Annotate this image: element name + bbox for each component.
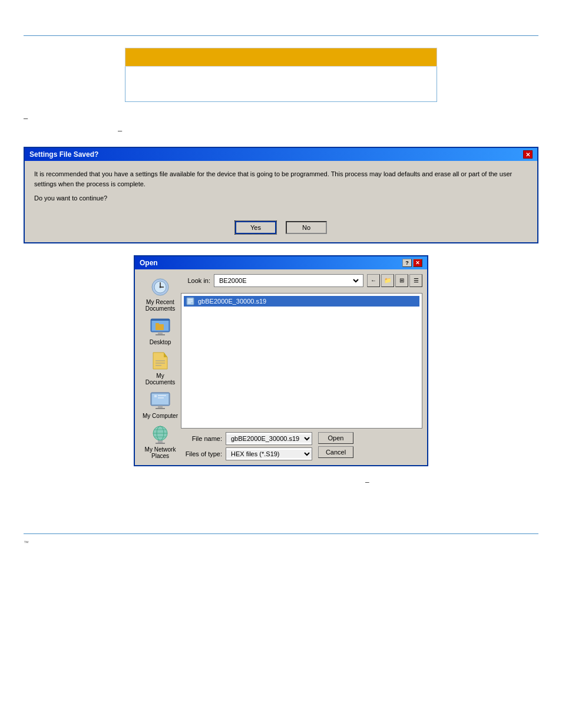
desktop-label: Desktop [150, 339, 171, 345]
svg-rect-11 [156, 323, 159, 325]
files-of-type-row: Files of type: HEX files (*.S19) [181, 447, 312, 460]
computer-icon [150, 390, 171, 411]
file-name-label: File name: [181, 435, 222, 442]
open-dialog-titlebar: Open ? ✕ [135, 256, 427, 269]
recent-icon [150, 276, 171, 298]
documents-label: My Documents [143, 373, 178, 386]
file-name-input[interactable]: gbBE2000E_30000.s19 [226, 434, 312, 443]
settings-dialog-title: Settings File Saved? [29, 150, 98, 159]
bottom-dash: – [365, 478, 369, 486]
settings-dialog-content: It is recommended that you have a settin… [25, 161, 537, 216]
svg-rect-32 [188, 299, 193, 300]
settings-close-button[interactable]: ✕ [523, 150, 533, 159]
sidebar-item-computer[interactable]: My Computer [143, 390, 178, 419]
svg-rect-7 [151, 319, 170, 321]
svg-rect-9 [156, 334, 165, 335]
open-dialog-win-buttons: ? ✕ [402, 259, 422, 267]
files-of-type-input-wrapper[interactable]: HEX files (*.S19) [226, 447, 312, 460]
file-name-row: File name: gbBE2000E_30000.s19 [181, 432, 312, 445]
svg-rect-30 [156, 443, 165, 444]
svg-rect-29 [158, 440, 163, 443]
sidebar-item-recent[interactable]: My RecentDocuments [143, 276, 178, 312]
open-dialog-right: Look in: BE2000E ← 📁 ⊞ ☰ [181, 274, 422, 460]
trademark-text: ™ [24, 540, 538, 546]
banner-white [125, 67, 437, 102]
dashes-area: – – [24, 114, 538, 135]
nav-newfolder-button[interactable]: ⊞ [395, 274, 408, 287]
svg-rect-22 [158, 395, 166, 396]
open-cancel-buttons: Open Cancel [318, 432, 353, 460]
svg-rect-34 [188, 302, 191, 304]
svg-rect-21 [154, 395, 157, 397]
settings-no-button[interactable]: No [286, 221, 327, 234]
settings-dialog-titlebar: Settings File Saved? ✕ [25, 148, 537, 161]
recent-label: My RecentDocuments [146, 299, 176, 312]
open-dialog-title: Open [140, 259, 158, 267]
network-label: My NetworkPlaces [145, 446, 176, 459]
cancel-button[interactable]: Cancel [318, 446, 353, 458]
open-button[interactable]: Open [318, 432, 353, 444]
network-icon [150, 424, 171, 445]
file-name-input-wrapper[interactable]: gbBE2000E_30000.s19 [226, 432, 312, 445]
nav-back-button[interactable]: ← [367, 274, 380, 287]
look-in-select-input[interactable]: BE2000E [217, 276, 361, 285]
nav-up-button[interactable]: 📁 [381, 274, 394, 287]
settings-yes-button[interactable]: Yes [235, 221, 276, 234]
bottom-divider [24, 533, 538, 534]
nav-view-button[interactable]: ☰ [409, 274, 422, 287]
bottom-text-area: – [24, 478, 538, 486]
file-list[interactable]: gbBE2000E_30000.s19 [181, 293, 422, 429]
file-item-name: gbBE2000E_30000.s19 [198, 298, 266, 305]
open-dialog-close-button[interactable]: ✕ [413, 259, 422, 267]
sidebar-item-documents[interactable]: My Documents [143, 350, 178, 386]
desktop-icon [150, 317, 171, 338]
look-in-row: Look in: BE2000E ← 📁 ⊞ ☰ [181, 274, 422, 287]
open-fields: File name: gbBE2000E_30000.s19 Files of … [181, 432, 312, 460]
sidebar-item-desktop[interactable]: Desktop [143, 317, 178, 345]
look-in-dropdown[interactable]: BE2000E [214, 274, 363, 287]
file-item-icon [186, 297, 196, 305]
svg-rect-10 [156, 324, 164, 330]
settings-dialog: Settings File Saved? ✕ It is recommended… [24, 147, 538, 243]
open-sidebar: My RecentDocuments Desktop [140, 274, 181, 460]
sidebar-item-network[interactable]: My NetworkPlaces [143, 424, 178, 459]
svg-rect-20 [156, 408, 165, 409]
documents-icon [150, 350, 171, 371]
settings-message-2: Do you want to continue? [34, 193, 528, 203]
svg-point-4 [160, 286, 161, 288]
files-of-type-select[interactable]: HEX files (*.S19) [226, 450, 312, 458]
svg-rect-8 [158, 332, 163, 334]
toolbar-buttons: ← 📁 ⊞ ☰ [367, 274, 422, 287]
open-dialog: Open ? ✕ My RecentDocuments [134, 255, 428, 466]
open-dialog-body: My RecentDocuments Desktop [135, 269, 427, 465]
look-in-label: Look in: [181, 277, 210, 284]
files-of-type-label: Files of type: [181, 450, 222, 457]
banner-yellow [125, 48, 437, 67]
top-divider [24, 35, 538, 36]
computer-label: My Computer [143, 413, 178, 419]
open-dialog-help-button[interactable]: ? [402, 259, 412, 267]
open-bottom: File name: gbBE2000E_30000.s19 Files of … [181, 432, 422, 460]
svg-rect-19 [158, 406, 163, 408]
settings-dialog-buttons: Yes No [25, 216, 537, 242]
file-list-item[interactable]: gbBE2000E_30000.s19 [184, 296, 419, 307]
svg-rect-23 [158, 397, 164, 398]
banner-area [125, 48, 437, 102]
dash-line-1: – [24, 114, 538, 123]
dash-line-2: – [118, 126, 538, 135]
settings-message-1: It is recommended that you have a settin… [34, 169, 528, 189]
svg-rect-33 [188, 301, 193, 302]
